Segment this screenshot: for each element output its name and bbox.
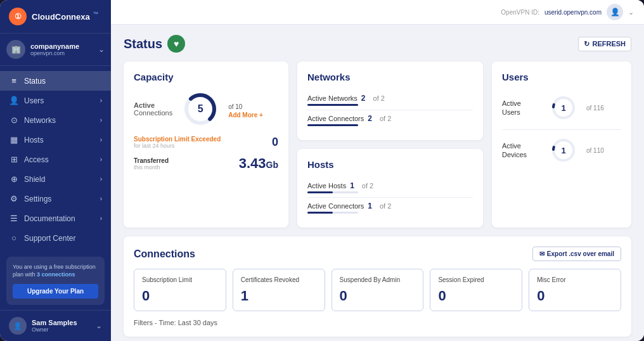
pulse-icon: ♥ [167, 35, 185, 53]
hosts-connectors-of: of 2 [380, 202, 391, 210]
sidebar-item-label: Shield [24, 175, 45, 184]
active-users-of: of 116 [586, 105, 604, 112]
connections-donut: 5 [181, 90, 219, 128]
active-networks-progress [307, 104, 358, 106]
certificates-revoked-card: Certificates Revoked 1 [233, 269, 325, 311]
account-name: companyname [30, 42, 93, 50]
page-title: Status [124, 37, 162, 51]
export-button[interactable]: ✉ Export .csv over email [532, 247, 621, 261]
active-users-label: ActiveUsers [502, 99, 543, 117]
email-icon: ✉ [539, 250, 544, 257]
subscription-limit-row: Subscription Limit Exceeded for last 24 … [134, 136, 278, 149]
sidebar-item-label: Status [24, 77, 46, 86]
subscription-limit-label: Subscription Limit [142, 276, 218, 284]
sidebar-item-shield[interactable]: ⊕ Shield › [0, 169, 111, 189]
session-expired-card: Session Expired 0 [430, 269, 522, 311]
sidebar-item-users[interactable]: 👤 Users › [0, 91, 111, 110]
promo-text: You are using a free subscription plan w… [13, 263, 98, 279]
active-devices-metric: ActiveDevices 1 of 110 [502, 129, 621, 168]
transferred-label: Transferred [134, 157, 169, 164]
sidebar-item-documentation[interactable]: ☰ Documentation › [0, 209, 111, 228]
connections-value: 5 [198, 103, 203, 115]
account-section[interactable]: 🏢 companyname openvpn.com ⌄ [0, 34, 111, 66]
subscription-limit-card: Subscription Limit 0 [134, 269, 226, 311]
sidebar-user-section[interactable]: 👤 Sam Samples Owner ⌄ [0, 310, 111, 341]
active-connectors-value: 2 [368, 114, 372, 123]
active-networks-value: 2 [361, 94, 366, 103]
certificates-revoked-label: Certificates Revoked [241, 276, 317, 284]
hosts-connectors-row: Active Connectors 1 of 2 [307, 197, 473, 217]
user-profile-icon[interactable]: 👤 [607, 4, 623, 20]
connections-section: Connections ✉ Export .csv over email Sub… [124, 236, 631, 337]
network-icon: ⊙ [9, 115, 19, 125]
users-card: Users ActiveUsers 1 of 116 [492, 61, 631, 228]
active-hosts-label: Active Hosts [307, 182, 346, 190]
hosts-connectors-progress [307, 212, 358, 214]
chevron-right-icon: › [100, 215, 102, 222]
active-networks-of: of 2 [373, 94, 385, 102]
upgrade-button[interactable]: Upgrade Your Plan [13, 284, 98, 299]
connections-title: Connections [134, 248, 195, 260]
sidebar-item-label: Support Center [24, 234, 75, 243]
connections-of: of 10 [228, 103, 242, 110]
chevron-down-icon: ⌄ [96, 321, 102, 330]
user-name: Sam Samples [32, 319, 91, 326]
sidebar-item-settings[interactable]: ⚙ Settings › [0, 189, 111, 209]
shield-icon: ⊕ [9, 174, 19, 184]
connections-header: Connections ✉ Export .csv over email [134, 247, 621, 261]
chevron-right-icon: › [100, 195, 102, 202]
users-title: Users [502, 72, 621, 82]
capacity-title: Capacity [134, 72, 278, 82]
chevron-right-icon: › [100, 97, 102, 104]
sidebar-item-access[interactable]: ⊞ Access › [0, 150, 111, 169]
subscription-limit-value: 0 [142, 288, 218, 304]
user-role: Owner [32, 326, 91, 333]
active-connectors-of: of 2 [380, 115, 391, 122]
sidebar-item-support[interactable]: ○ Support Center [0, 228, 111, 248]
connection-cards: Subscription Limit 0 Certificates Revoke… [134, 269, 621, 311]
active-connectors-row: Active Connectors 2 of 2 [307, 110, 473, 130]
sidebar-item-label: Documentation [24, 214, 75, 223]
sidebar-item-label: Users [24, 96, 44, 105]
promo-banner: You are using a free subscription plan w… [6, 257, 105, 305]
transferred-sublabel: this month [134, 164, 169, 170]
logo-icon: ① [9, 8, 27, 25]
active-devices-label: ActiveDevices [502, 141, 543, 160]
filters-text: Filters - Time: Last 30 days [134, 319, 621, 326]
sidebar-item-networks[interactable]: ⊙ Networks › [0, 110, 111, 130]
page-content: Status ♥ ↻ REFRESH Capacity ActiveConnec… [111, 25, 644, 341]
session-expired-label: Session Expired [438, 276, 514, 284]
status-row: Capacity ActiveConnections 5 [124, 61, 631, 228]
chevron-right-icon: › [100, 117, 102, 124]
hosts-icon: ▦ [9, 135, 19, 145]
active-users-metric: ActiveUsers 1 of 116 [502, 90, 621, 125]
avatar: 🏢 [6, 40, 25, 59]
active-networks-row: Active Networks 2 of 2 [307, 90, 473, 110]
nav-menu: ≡ Status 👤 Users › ⊙ Networks › ▦ Hosts … [0, 66, 111, 252]
refresh-button[interactable]: ↻ REFRESH [578, 37, 631, 51]
misc-error-value: 0 [537, 288, 613, 304]
access-icon: ⊞ [9, 155, 19, 164]
certificates-revoked-value: 1 [241, 288, 317, 304]
hosts-card: Hosts Active Hosts 1 of 2 [297, 149, 483, 228]
active-hosts-of: of 2 [362, 182, 373, 190]
sidebar-item-label: Networks [24, 116, 56, 125]
sidebar-item-hosts[interactable]: ▦ Hosts › [0, 130, 111, 150]
subscription-value: 0 [272, 136, 278, 149]
sidebar-item-label: Settings [24, 195, 51, 203]
refresh-icon: ↻ [584, 40, 589, 48]
add-more-link[interactable]: Add More + [228, 112, 263, 119]
docs-icon: ☰ [9, 214, 19, 223]
misc-error-label: Misc Error [537, 276, 613, 284]
chevron-right-icon: › [100, 156, 102, 163]
active-hosts-value: 1 [350, 181, 354, 190]
main-content: OpenVPN ID: userid.openvpn.com 👤 ⌄ Statu… [111, 0, 644, 341]
subscription-exceeded-label: Subscription Limit Exceeded [134, 136, 221, 143]
chart-icon: ≡ [9, 76, 19, 86]
chevron-down-icon: ⌄ [98, 45, 105, 54]
session-expired-value: 0 [438, 288, 514, 304]
sidebar-item-status[interactable]: ≡ Status [0, 71, 111, 91]
user-avatar: 👤 [9, 317, 27, 335]
sidebar: ① CloudConnexa ™ 🏢 companyname openvpn.c… [0, 0, 111, 341]
suspended-by-admin-value: 0 [340, 288, 416, 304]
